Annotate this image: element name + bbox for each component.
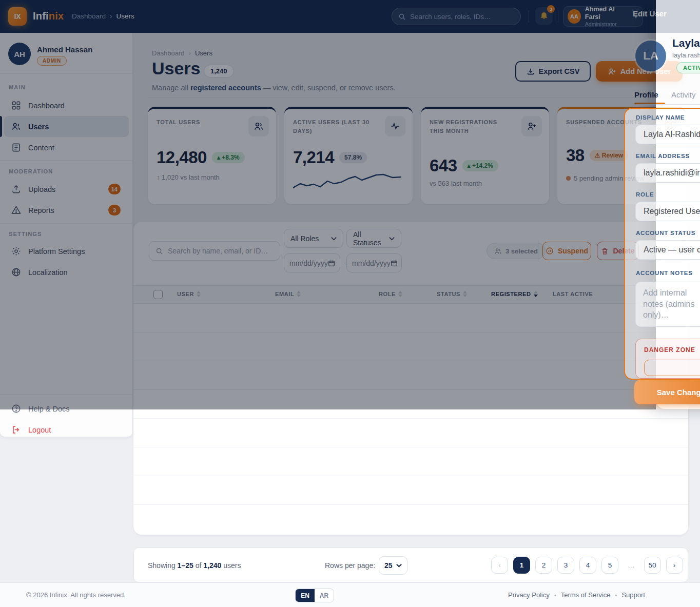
notes-placeholder: Add internal notes (admins only)… xyxy=(643,288,695,319)
copyright-text: © 2026 Infinix. All rights reserved. xyxy=(26,591,126,599)
sidebar-item-label: Logout xyxy=(28,426,51,434)
page-buttons: ‹ 1 2 3 4 5 … 50 › xyxy=(491,557,683,574)
account-status-select[interactable]: Active — user can sign in xyxy=(635,240,700,260)
language-toggle: EN AR xyxy=(295,589,334,602)
page-button-1[interactable]: 1 xyxy=(513,557,530,574)
page-button-50[interactable]: 50 xyxy=(644,557,661,574)
privacy-policy-link[interactable]: Privacy Policy xyxy=(508,591,550,599)
showing-summary: Showing 1–25 of 1,240 users xyxy=(148,561,241,570)
footer: © 2026 Infinix. All rights reserved. EN … xyxy=(0,582,700,607)
danger-zone-label: DANGER ZONE xyxy=(644,346,695,354)
email-field[interactable]: layla.rashidi@infinix.com xyxy=(635,163,700,183)
table-row xyxy=(133,447,688,476)
drawer-profile-form: DISPLAY NAME Layla Al-Rashidi EMAIL ADDR… xyxy=(624,108,700,380)
lang-en-button[interactable]: EN xyxy=(296,589,315,602)
rows-per-page-label: Rows per page: xyxy=(325,561,375,570)
page-button-4[interactable]: 4 xyxy=(579,557,596,574)
display-name-field[interactable]: Layla Al-Rashidi xyxy=(635,125,700,144)
terms-link[interactable]: Terms of Service xyxy=(561,591,611,599)
prev-page-button[interactable]: ‹ xyxy=(491,557,508,574)
tab-activity[interactable]: Activity xyxy=(671,90,696,99)
support-link[interactable]: Support xyxy=(621,591,645,599)
danger-zone: DANGER ZONE Suspend Account xyxy=(635,339,700,379)
table-row xyxy=(133,419,688,447)
page-button-3[interactable]: 3 xyxy=(557,557,574,574)
suspend-account-button[interactable]: Suspend Account xyxy=(644,360,700,376)
modal-overlay[interactable] xyxy=(0,0,656,409)
pagination-bar: Showing 1–25 of 1,240 users Rows per pag… xyxy=(133,547,688,582)
dot-separator: • xyxy=(554,592,556,598)
logout-icon xyxy=(11,425,21,435)
account-notes-label: ACCOUNT NOTES xyxy=(636,270,693,276)
drawer-user-name: Layla Al-Rashidi xyxy=(672,37,700,49)
app-root: IX Infinix Dashboard › Users Search user… xyxy=(0,0,700,607)
page-ellipsis: … xyxy=(624,557,639,574)
save-changes-button[interactable]: Save Changes xyxy=(634,380,700,404)
table-row xyxy=(133,505,688,534)
lang-ar-button[interactable]: AR xyxy=(315,589,334,602)
footer-links: Privacy Policy • Terms of Service • Supp… xyxy=(508,591,645,599)
page-button-2[interactable]: 2 xyxy=(535,557,552,574)
dot-separator: • xyxy=(615,592,617,598)
chevron-down-icon xyxy=(396,563,402,567)
drawer-user-email: layla.rashidi@infinix.com xyxy=(672,51,700,59)
email-label: EMAIL ADDRESS xyxy=(636,153,690,159)
role-label: ROLE xyxy=(636,191,654,198)
next-page-button[interactable]: › xyxy=(666,557,683,574)
role-select[interactable]: Registered User xyxy=(635,202,700,221)
table-row xyxy=(133,476,688,505)
rows-per-page-select[interactable]: 25 xyxy=(379,556,407,575)
account-status-label: ACCOUNT STATUS xyxy=(636,230,695,236)
account-notes-textarea[interactable]: Add internal notes (admins only)… xyxy=(635,282,700,327)
sidebar-item-logout[interactable]: Logout xyxy=(4,419,129,440)
status-badge: ACTIVE xyxy=(676,62,700,73)
display-name-label: DISPLAY NAME xyxy=(636,114,685,121)
page-button-5[interactable]: 5 xyxy=(601,557,618,574)
